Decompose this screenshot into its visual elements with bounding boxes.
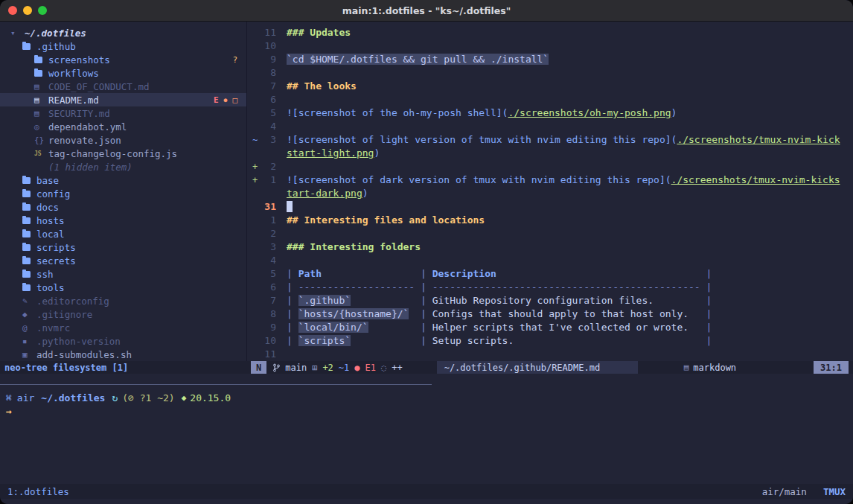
folder-icon xyxy=(22,204,35,211)
gutter-sign xyxy=(250,348,260,361)
editor-line[interactable]: 11 xyxy=(247,348,853,361)
minimize-button[interactable] xyxy=(23,6,32,15)
line-number: 4 xyxy=(260,120,276,133)
tree-item-security.md[interactable]: ▤SECURITY.md xyxy=(0,106,246,120)
editor-line[interactable]: start-light.png) xyxy=(247,147,853,160)
editor-line[interactable]: 9`cd $HOME/.dotfiles && git pull && ./in… xyxy=(247,53,853,66)
folder-icon xyxy=(22,258,35,264)
gutter-sign xyxy=(250,294,260,307)
unstaged-badge: □ xyxy=(232,95,237,105)
tree-item-code-of-conduct.md[interactable]: ▤CODE_OF_CONDUCT.md xyxy=(0,80,246,93)
neotree-sidebar[interactable]: ▾~/.dotfiles.githubscreenshots?workflows… xyxy=(0,22,247,361)
editor-line[interactable]: 7| `.github` | GitHub Repository configu… xyxy=(247,294,853,307)
gutter-sign xyxy=(250,267,260,281)
editor-line[interactable]: 4 xyxy=(247,120,853,133)
statusline-extra-icon: ◌ xyxy=(381,363,386,373)
editor-line[interactable]: 2 xyxy=(247,227,853,240)
editor-line[interactable]: ~3![screenshot of light version of tmux … xyxy=(247,133,853,147)
tree-item--.dotfiles[interactable]: ▾~/.dotfiles xyxy=(0,26,246,39)
editor-line[interactable]: 6| -------------------- | --------------… xyxy=(247,281,853,294)
tree-item-label: renovate.json xyxy=(48,135,121,146)
line-number: 8 xyxy=(260,66,276,80)
editor-buffer: 11### Updates 10 9`cd $HOME/.dotfiles &&… xyxy=(247,26,853,361)
tree-item-.gitignore[interactable]: ◆.gitignore xyxy=(0,307,246,321)
tree-item-tools[interactable]: tools xyxy=(0,281,246,294)
editor-line[interactable]: +1![screenshot of dark version of tmux w… xyxy=(247,173,853,187)
tree-item-label: ssh xyxy=(36,269,54,280)
diff-changed: ~1 xyxy=(339,363,349,373)
tree-item-label: tools xyxy=(36,282,65,293)
editor-line[interactable]: 4 xyxy=(247,254,853,267)
tree-item--1-hidden-item-[interactable]: (1 hidden item) xyxy=(0,160,246,173)
statusline-extra: ++ xyxy=(392,363,402,373)
error-badge: E xyxy=(214,95,219,105)
gutter-sign xyxy=(250,80,260,93)
tree-item-dependabot.yml[interactable]: ◎dependabot.yml xyxy=(0,120,246,133)
tree-item-config[interactable]: config xyxy=(0,187,246,200)
tree-item-add-submodules.sh[interactable]: ▣add-submodules.sh xyxy=(0,348,246,361)
tree-item-.github[interactable]: .github xyxy=(0,39,246,53)
editor-line[interactable]: 3### Interesting folders xyxy=(247,240,853,254)
editor-line[interactable]: 6 xyxy=(247,93,853,106)
tree-item-.python-version[interactable]: ▪.python-version xyxy=(0,334,246,348)
line-number: 3 xyxy=(260,133,276,147)
gutter-sign xyxy=(250,214,260,227)
editor-line[interactable]: 10 xyxy=(247,39,853,53)
editor-pane[interactable]: 11### Updates 10 9`cd $HOME/.dotfiles &&… xyxy=(247,22,853,361)
tree-item-tag-changelog-config.js[interactable]: JStag-changelog-config.js xyxy=(0,147,246,160)
markdown-file-icon: ▤ xyxy=(34,82,47,92)
editor-line[interactable]: 8 xyxy=(247,66,853,80)
editor-line[interactable]: 5| Path | Description | xyxy=(247,267,853,281)
tree-item-readme.md[interactable]: ▤README.mdE●□ xyxy=(0,93,246,106)
tree-item-hosts[interactable]: hosts xyxy=(0,214,246,227)
editor-line[interactable]: 10| `scripts` | Setup scripts. | xyxy=(247,334,853,348)
tmux-window-label[interactable]: 1:.dotfiles xyxy=(7,486,69,497)
close-button[interactable] xyxy=(8,6,17,15)
gutter-sign xyxy=(250,334,260,348)
line-number: 5 xyxy=(260,267,276,281)
tree-item-label: tag-changelog-config.js xyxy=(48,148,177,159)
editor-line[interactable]: +2 xyxy=(247,160,853,173)
editor-line[interactable]: tart-dark.png) xyxy=(247,187,853,200)
editor-line[interactable]: 7## The looks xyxy=(247,80,853,93)
tree-item-base[interactable]: base xyxy=(0,173,246,187)
tmux-badge: TMUX xyxy=(823,486,846,497)
tree-item-secrets[interactable]: secrets xyxy=(0,254,246,267)
python-icon: ▪ xyxy=(22,336,35,346)
editor-line[interactable]: 31 xyxy=(247,200,853,214)
prompt-git-status: (⊘ ?1 ~2) xyxy=(122,392,174,403)
shell-script-icon: ▣ xyxy=(22,350,35,360)
line-number: 7 xyxy=(260,80,276,93)
terminal-pane[interactable]: ⌘ air ~/.dotfiles ↻ (⊘ ?1 ~2) ◆ 20.15.0 … xyxy=(0,385,853,484)
tree-item-scripts[interactable]: scripts xyxy=(0,240,246,254)
editor-line[interactable]: 11### Updates xyxy=(247,26,853,39)
line-number: 31 xyxy=(260,200,276,214)
tree-item-renovate.json[interactable]: {}renovate.json xyxy=(0,133,246,147)
titlebar[interactable]: main:1:.dotfiles - "ks~/.dotfiles" xyxy=(0,0,853,22)
gutter-sign: + xyxy=(250,173,260,187)
window-title: main:1:.dotfiles - "ks~/.dotfiles" xyxy=(342,5,511,16)
prompt-host: air xyxy=(17,392,34,403)
git-branch-icon xyxy=(273,363,280,372)
prompt-arrow: → xyxy=(6,406,12,417)
cursor-position: 31:1 xyxy=(814,361,849,374)
git-icon: ◆ xyxy=(22,310,35,319)
editor-line[interactable]: 8| `hosts/{hostname}/` | Configs that sh… xyxy=(247,307,853,321)
tree-item-.nvmrc[interactable]: @.nvmrc xyxy=(0,321,246,334)
dependabot-icon: ◎ xyxy=(34,122,47,132)
folder-icon xyxy=(22,271,35,278)
tree-item-label: .nvmrc xyxy=(36,322,70,334)
editor-line[interactable]: 1## Interesting files and locations xyxy=(247,214,853,227)
tree-item-docs[interactable]: docs xyxy=(0,200,246,214)
editor-line[interactable]: 9| `local/bin/` | Helper scripts that I'… xyxy=(247,321,853,334)
tree-item-.editorconfig[interactable]: ✎.editorconfig xyxy=(0,294,246,307)
tree-item-ssh[interactable]: ssh xyxy=(0,267,246,281)
gutter-sign xyxy=(250,321,260,334)
editor-line[interactable]: 5![screenshot of the oh-my-posh shell](.… xyxy=(247,106,853,120)
tree-item-workflows[interactable]: workflows xyxy=(0,66,246,80)
tree-item-label: base xyxy=(36,175,59,186)
line-number: 3 xyxy=(260,240,276,254)
tree-item-local[interactable]: local xyxy=(0,227,246,240)
fullscreen-button[interactable] xyxy=(38,6,47,15)
tree-item-screenshots[interactable]: screenshots? xyxy=(0,53,246,66)
